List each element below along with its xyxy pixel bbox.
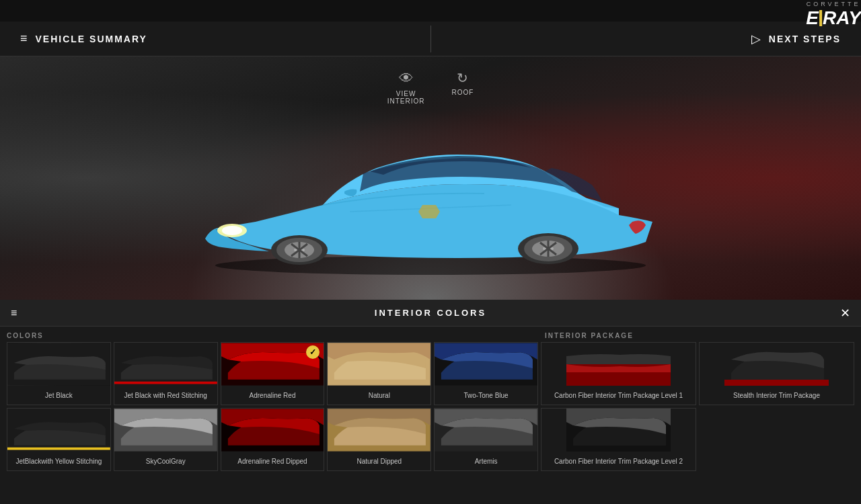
corvette-logo: CORVETTE E RAY — [806, 1, 861, 29]
two-tone-blue-label: Two-Tone Blue — [435, 386, 537, 405]
cf-trim-2-label: Carbon Fiber Interior Trim Package Level… — [541, 452, 696, 470]
sky-cool-gray-preview — [114, 409, 217, 452]
car-image — [161, 87, 700, 289]
vehicle-summary-button[interactable]: ≡ VEHICLE SUMMARY — [0, 32, 430, 46]
color-swatch-jet-black[interactable]: Jet Black — [7, 342, 111, 405]
color-swatch-natural-dipped[interactable]: Natural Dipped — [327, 408, 431, 471]
logo-e: E — [806, 7, 819, 29]
emblem — [418, 205, 440, 218]
jet-black-red-label: Jet Black with Red Stitching — [114, 386, 217, 405]
section-labels: COLORS INTERIOR PACKAGE — [0, 327, 861, 342]
adrenaline-red-label: Adrenaline Red — [221, 386, 324, 405]
artemis-preview — [435, 409, 537, 452]
natural-dipped-preview — [328, 409, 430, 452]
corvette-label: CORVETTE — [807, 1, 861, 7]
package-swatch-cf-trim-2[interactable]: Carbon Fiber Interior Trim Package Level… — [541, 408, 696, 471]
adrenaline-red-dipped-preview — [221, 409, 324, 452]
color-swatch-jet-black-yellow[interactable]: Jet Black with Yellow Stitching — [7, 408, 111, 471]
adrenaline-red-preview — [221, 343, 324, 386]
colors-section-label: COLORS — [7, 332, 545, 339]
cf-trim-1-label: Carbon Fiber Interior Trim Package Level… — [541, 386, 696, 405]
logo-ray: RAY — [823, 7, 861, 29]
headlight-inner — [222, 226, 242, 235]
svg-rect-16 — [724, 380, 829, 386]
colors-grid: Jet Black Jet Black with Red Stitching A… — [7, 342, 538, 471]
cf-trim-1-preview — [541, 343, 696, 386]
logo-accent-bar — [819, 10, 822, 26]
natural-preview — [328, 343, 430, 386]
color-swatch-jet-black-red[interactable]: Jet Black with Red Stitching — [114, 342, 218, 405]
package-section-label: INTERIOR PACKAGE — [545, 332, 854, 339]
jet-black-yellow-label: Jet Black with Yellow Stitching — [7, 452, 110, 470]
color-swatch-artemis[interactable]: Artemis — [434, 408, 538, 471]
color-swatch-natural[interactable]: Natural — [327, 342, 431, 405]
adrenaline-red-dipped-label: Adrenaline Red Dipped — [221, 452, 324, 470]
cf-trim-2-preview — [541, 409, 696, 452]
panel-close-button[interactable]: ✕ — [840, 306, 850, 321]
natural-dipped-label: Natural Dipped — [328, 452, 430, 470]
vehicle-summary-label: VEHICLE SUMMARY — [36, 34, 147, 44]
car-svg — [161, 87, 700, 276]
eye-icon: 👁 — [399, 70, 414, 87]
two-tone-blue-preview — [435, 343, 537, 386]
color-swatch-two-tone-blue[interactable]: Two-Tone Blue — [434, 342, 538, 405]
color-swatch-adrenaline-red-dipped[interactable]: Adrenaline Red Dipped — [221, 408, 325, 471]
roof-icon: ↻ — [457, 70, 468, 86]
next-steps-label: NEXT STEPS — [769, 34, 841, 44]
sky-cool-gray-label: Sky Cool Gray — [114, 452, 217, 470]
swatches-area: Jet Black Jet Black with Red Stitching A… — [0, 342, 861, 471]
panel-title: INTERIOR COLORS — [375, 308, 486, 318]
eray-logo: E RAY — [806, 7, 861, 29]
package-swatch-cf-trim-1[interactable]: Carbon Fiber Interior Trim Package Level… — [541, 342, 696, 405]
package-grid: Carbon Fiber Interior Trim Package Level… — [541, 342, 854, 471]
bottom-panel: ≡ INTERIOR COLORS ✕ COLORS INTERIOR PACK… — [0, 300, 861, 504]
panel-menu-icon[interactable]: ≡ — [11, 307, 17, 319]
stealth-label: Stealth Interior Trim Package — [700, 386, 854, 405]
color-swatch-adrenaline-red[interactable]: Adrenaline Red — [221, 342, 325, 405]
stealth-preview — [700, 343, 854, 386]
top-bar: CORVETTE E RAY — [0, 0, 861, 22]
jet-black-red-preview — [114, 343, 217, 386]
jet-black-label: Jet Black — [7, 386, 110, 405]
jet-black-preview — [7, 343, 110, 386]
jet-black-yellow-preview — [7, 409, 110, 452]
nav-bar: ≡ VEHICLE SUMMARY ▷ NEXT STEPS — [0, 22, 861, 56]
color-swatch-sky-cool-gray[interactable]: Sky Cool Gray — [114, 408, 218, 471]
play-icon: ▷ — [751, 32, 761, 46]
package-empty — [699, 408, 854, 471]
car-display-area: 👁 VIEWINTERIOR ↻ ROOF — [0, 56, 861, 300]
package-swatch-stealth[interactable]: Stealth Interior Trim Package — [699, 342, 854, 405]
next-steps-button[interactable]: ▷ NEXT STEPS — [431, 32, 862, 46]
natural-label: Natural — [328, 386, 430, 405]
menu-lines-icon: ≡ — [20, 32, 28, 46]
panel-header: ≡ INTERIOR COLORS ✕ — [0, 300, 861, 327]
artemis-label: Artemis — [435, 452, 537, 470]
